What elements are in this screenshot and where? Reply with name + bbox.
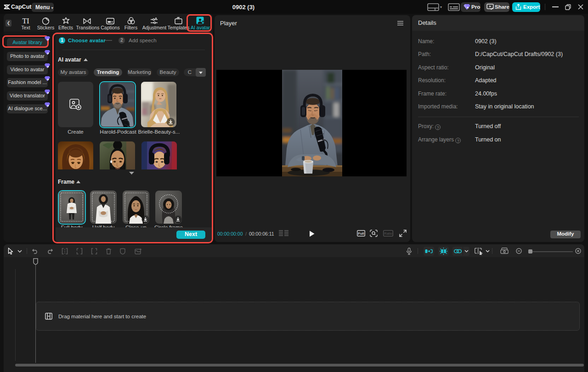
svg-text:Ratio: Ratio [384,231,392,236]
svg-text:Full: Full [358,231,364,236]
